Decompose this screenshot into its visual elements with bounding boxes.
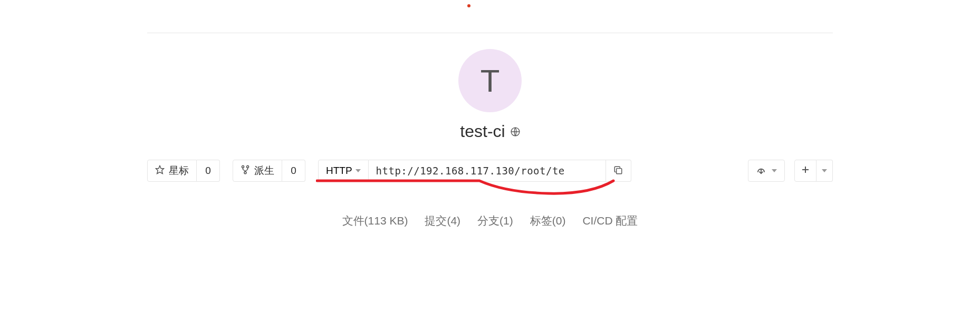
clone-url-input[interactable] bbox=[369, 160, 606, 182]
download-dropdown[interactable] bbox=[748, 160, 785, 182]
stat-branches[interactable]: 分支(1) bbox=[477, 213, 513, 228]
fork-label: 派生 bbox=[254, 164, 274, 178]
chevron-down-icon bbox=[772, 169, 777, 172]
stat-cicd[interactable]: CI/CD 配置 bbox=[582, 213, 638, 228]
annotation-underline bbox=[316, 179, 617, 200]
copy-url-button[interactable] bbox=[606, 160, 631, 182]
svg-point-4 bbox=[244, 171, 246, 173]
star-label: 星标 bbox=[169, 164, 189, 178]
globe-icon bbox=[511, 127, 520, 136]
right-action-group bbox=[748, 160, 833, 182]
project-avatar: T bbox=[458, 49, 522, 112]
svg-point-2 bbox=[242, 165, 244, 168]
fork-button[interactable]: 派生 bbox=[233, 160, 282, 182]
stat-files-label: 文件 bbox=[342, 214, 364, 227]
star-icon bbox=[155, 165, 165, 177]
stat-branches-label: 分支 bbox=[477, 214, 499, 227]
notification-dot bbox=[467, 4, 470, 7]
add-dropdown-toggle[interactable] bbox=[816, 160, 833, 182]
stat-tags-count: (0) bbox=[552, 214, 566, 227]
fork-count[interactable]: 0 bbox=[282, 160, 305, 182]
fork-icon bbox=[241, 165, 250, 177]
svg-marker-1 bbox=[156, 165, 164, 173]
chevron-down-icon bbox=[822, 169, 827, 172]
divider bbox=[147, 33, 833, 33]
project-name: test-ci bbox=[460, 122, 505, 141]
svg-rect-5 bbox=[617, 168, 622, 173]
protocol-dropdown[interactable]: HTTP bbox=[318, 160, 369, 182]
stat-files-size: (113 KB) bbox=[364, 214, 408, 227]
stat-commits-label: 提交 bbox=[425, 214, 447, 227]
protocol-label: HTTP bbox=[326, 165, 352, 177]
download-icon bbox=[756, 165, 766, 177]
stat-commits[interactable]: 提交(4) bbox=[425, 213, 460, 228]
chevron-down-icon bbox=[356, 169, 361, 172]
add-dropdown-group bbox=[794, 160, 833, 182]
star-count[interactable]: 0 bbox=[197, 160, 220, 182]
actions-row: 星标 0 派生 0 HTTP bbox=[147, 160, 833, 182]
copy-icon bbox=[613, 165, 623, 177]
star-group: 星标 0 bbox=[147, 160, 220, 182]
stat-commits-count: (4) bbox=[447, 214, 460, 227]
star-button[interactable]: 星标 bbox=[147, 160, 197, 182]
stat-cicd-label: CI/CD 配置 bbox=[582, 214, 638, 227]
project-page: T test-ci 星标 0 bbox=[147, 0, 833, 228]
avatar-letter: T bbox=[481, 63, 500, 99]
project-stats: 文件(113 KB) 提交(4) 分支(1) 标签(0) CI/CD 配置 bbox=[147, 213, 833, 228]
svg-point-3 bbox=[246, 165, 248, 168]
add-button[interactable] bbox=[794, 160, 816, 182]
plus-icon bbox=[801, 165, 810, 177]
stat-branches-count: (1) bbox=[499, 214, 513, 227]
clone-group: HTTP bbox=[318, 160, 631, 182]
project-title-row: test-ci bbox=[147, 122, 833, 141]
fork-group: 派生 0 bbox=[233, 160, 305, 182]
stat-tags[interactable]: 标签(0) bbox=[530, 213, 566, 228]
project-header: T test-ci bbox=[147, 49, 833, 141]
stat-tags-label: 标签 bbox=[530, 214, 552, 227]
stat-files[interactable]: 文件(113 KB) bbox=[342, 213, 408, 228]
